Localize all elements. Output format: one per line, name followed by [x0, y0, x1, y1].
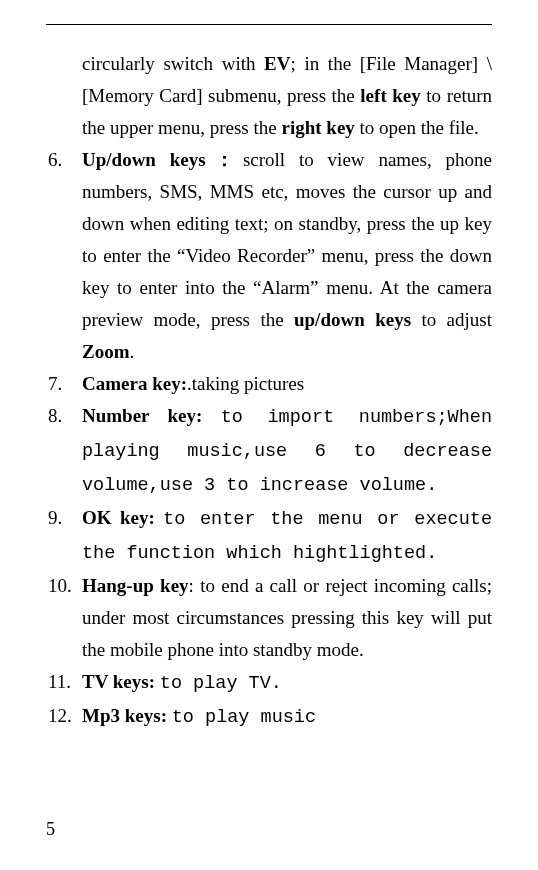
top-rule	[46, 24, 492, 25]
item-mono-text: to play music	[172, 707, 316, 728]
item-number: 11.	[48, 666, 78, 698]
list-item-7: 7. Camera key:.taking pictures	[82, 368, 492, 400]
item-space	[155, 507, 163, 528]
lead-bold-rightkey: right key	[281, 117, 354, 138]
list-item-6: 6. Up/down keys：scroll to view names, ph…	[82, 144, 492, 368]
item-list: 6. Up/down keys：scroll to view names, ph…	[82, 144, 492, 734]
lead-bold-ev: EV	[264, 53, 290, 74]
lead-paragraph: circularly switch with EV; in the [File …	[82, 48, 492, 144]
list-item-9: 9. OK key: to enter the menu or execute …	[82, 502, 492, 570]
item-label: Camera key:	[82, 373, 187, 394]
list-item-8: 8. Number key: to import numbers;When pl…	[82, 400, 492, 502]
lead-text-g: to open the file.	[355, 117, 479, 138]
item-number: 9.	[48, 502, 78, 534]
item-text: scroll to view names, phone numbers, SMS…	[82, 149, 492, 330]
page-number: 5	[46, 819, 55, 840]
item-label: Up/down keys：	[82, 149, 243, 170]
item-number: 6.	[48, 144, 78, 176]
item-mono-text: to play TV.	[160, 673, 282, 694]
item-text: .taking pictures	[187, 373, 304, 394]
item-bold-updown: up/down keys	[294, 309, 411, 330]
list-item-12: 12. Mp3 keys: to play music	[82, 700, 492, 734]
item-bold-zoom: Zoom	[82, 341, 130, 362]
item-number: 7.	[48, 368, 78, 400]
item-label: Number key:	[82, 405, 202, 426]
item-space	[202, 405, 220, 426]
item-text: .	[130, 341, 135, 362]
content-area: circularly switch with EV; in the [File …	[82, 48, 492, 734]
item-number: 10.	[48, 570, 78, 602]
page: circularly switch with EV; in the [File …	[0, 0, 538, 870]
item-text: to adjust	[411, 309, 492, 330]
item-label: Mp3 keys:	[82, 705, 167, 726]
item-label: TV keys:	[82, 671, 155, 692]
lead-text-a: circularly switch with	[82, 53, 264, 74]
item-number: 8.	[48, 400, 78, 432]
list-item-11: 11. TV keys: to play TV.	[82, 666, 492, 700]
lead-bold-leftkey: left key	[360, 85, 420, 106]
item-label: Hang-up key	[82, 575, 189, 596]
item-label: OK key:	[82, 507, 155, 528]
item-number: 12.	[48, 700, 78, 732]
list-item-10: 10. Hang-up key: to end a call or reject…	[82, 570, 492, 666]
